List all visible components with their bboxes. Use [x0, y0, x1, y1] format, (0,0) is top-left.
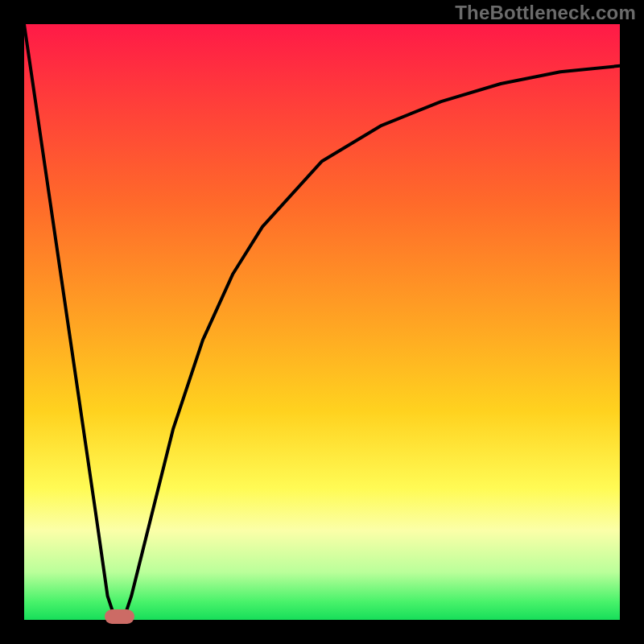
minimum-marker: [105, 609, 134, 624]
bottleneck-curve: [24, 24, 620, 620]
plot-area: [24, 24, 620, 620]
watermark-text: TheBottleneck.com: [455, 2, 636, 24]
chart-frame: TheBottleneck.com: [0, 0, 644, 644]
